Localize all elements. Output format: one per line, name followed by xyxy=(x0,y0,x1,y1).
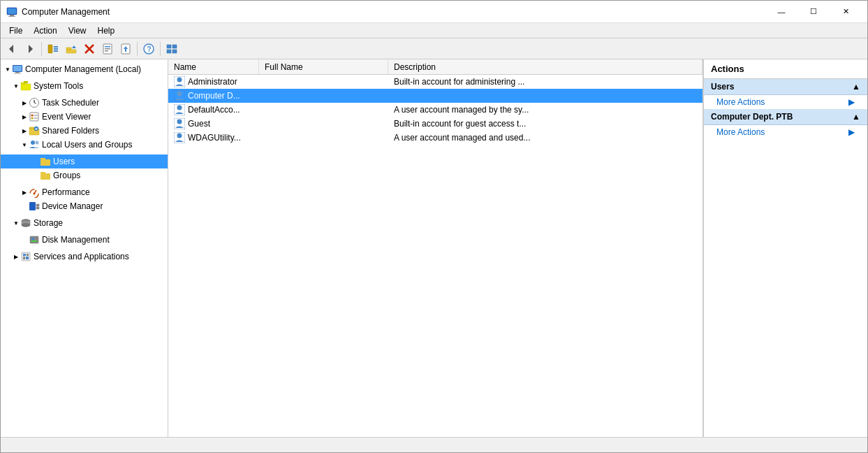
sidebar-item-root[interactable]: ▼ Computer Management (Local) xyxy=(1,62,168,76)
col-header-desc[interactable]: Description xyxy=(388,59,703,74)
sidebar-item-system-tools[interactable]: ▼ System Tools xyxy=(1,79,168,93)
svg-rect-7 xyxy=(54,46,58,48)
table-row[interactable]: Guest Built-in account for guest access … xyxy=(168,117,703,131)
expand-root-arrow[interactable]: ▼ xyxy=(3,65,12,73)
toolbar: ? xyxy=(1,38,867,59)
sidebar-item-task-scheduler[interactable]: ▶ Task Scheduler xyxy=(1,96,168,110)
svg-rect-64 xyxy=(31,240,37,242)
table-row[interactable]: Computer D... xyxy=(168,89,703,103)
svg-rect-63 xyxy=(31,238,34,240)
menu-bar: File Action View Help xyxy=(1,23,867,38)
root-label: Computer Management (Local) xyxy=(25,64,141,74)
actions-panel: Actions Users ▲ More Actions ▶ Computer … xyxy=(703,59,867,437)
storage-icon xyxy=(20,217,31,229)
groups-folder-icon xyxy=(40,170,51,181)
disk-management-label: Disk Management xyxy=(42,235,110,245)
back-button[interactable] xyxy=(3,41,20,57)
svg-rect-66 xyxy=(23,254,26,256)
computer-management-window: Computer Management — ☐ ✕ File Action Vi… xyxy=(0,0,868,453)
task-scheduler-label: Task Scheduler xyxy=(42,98,99,108)
expand-perf-arrow[interactable]: ▶ xyxy=(20,188,29,196)
actions-dept-arrow: ▲ xyxy=(852,112,860,122)
actions-title: Actions xyxy=(704,59,867,79)
sidebar-item-storage[interactable]: ▼ Storage xyxy=(1,216,168,230)
close-button[interactable]: ✕ xyxy=(830,1,862,23)
col-header-name[interactable]: Name xyxy=(168,59,259,74)
sidebar-item-shared-folders[interactable]: ▶ xyxy=(1,124,168,138)
sidebar-item-groups[interactable]: Groups xyxy=(1,168,168,182)
expand-event-arrow[interactable]: ▶ xyxy=(20,113,29,121)
svg-rect-57 xyxy=(36,204,39,206)
table-row[interactable]: DefaultAcco... A user account managed by… xyxy=(168,103,703,117)
cell-name-guest: Guest xyxy=(168,117,259,130)
forward-button[interactable] xyxy=(22,41,38,57)
status-bar xyxy=(1,437,867,452)
menu-action[interactable]: Action xyxy=(28,24,62,37)
maximize-button[interactable]: ☐ xyxy=(797,1,830,23)
svg-rect-31 xyxy=(21,84,31,90)
svg-rect-23 xyxy=(167,45,171,48)
expand-services-arrow[interactable]: ▶ xyxy=(12,252,20,261)
svg-rect-52 xyxy=(41,172,45,173)
cell-desc-administrator: Built-in account for administering ... xyxy=(388,75,703,88)
svg-point-72 xyxy=(177,91,182,96)
sidebar-item-disk-management[interactable]: Disk Management xyxy=(1,233,168,247)
sidebar-item-device-manager[interactable]: Device Manager xyxy=(1,199,168,213)
system-tools-label: System Tools xyxy=(34,81,83,91)
expand-task-arrow[interactable]: ▶ xyxy=(20,99,29,107)
more-actions-label: More Actions xyxy=(716,97,765,107)
actions-section-users[interactable]: Users ▲ xyxy=(704,79,867,95)
table-row[interactable]: Administrator Built-in account for admin… xyxy=(168,75,703,89)
cell-fullname-wdag xyxy=(259,131,388,144)
expand-lug-arrow[interactable]: ▼ xyxy=(20,141,29,149)
expand-system-tools-arrow[interactable]: ▼ xyxy=(12,82,20,90)
col-header-fullname[interactable]: Full Name xyxy=(259,59,388,74)
svg-point-74 xyxy=(177,105,182,110)
main-area: ▼ Computer Management (Local) xyxy=(1,59,867,437)
svg-rect-18 xyxy=(105,50,108,52)
view-button[interactable] xyxy=(163,41,180,57)
help-button[interactable]: ? xyxy=(140,41,157,57)
cell-desc-wdag: A user account managed and used... xyxy=(388,131,703,144)
menu-file[interactable]: File xyxy=(3,24,28,37)
groups-arrow xyxy=(31,171,40,180)
sidebar-item-local-users-groups[interactable]: ▼ xyxy=(1,138,168,152)
disk-management-icon xyxy=(29,234,40,245)
sidebar-item-performance[interactable]: ▶ Performance xyxy=(1,185,168,199)
sidebar-item-services-apps[interactable]: ▶ Servi xyxy=(1,250,168,264)
sidebar-item-event-viewer[interactable]: ▶ xyxy=(1,110,168,124)
cell-name-defaultacco: DefaultAcco... xyxy=(168,103,259,116)
window-title: Computer Management xyxy=(22,7,765,17)
delete-button[interactable] xyxy=(81,41,98,57)
export-button[interactable] xyxy=(117,41,134,57)
user-icon xyxy=(174,90,185,101)
svg-rect-6 xyxy=(48,45,52,53)
user-icon xyxy=(174,118,185,129)
menu-view[interactable]: View xyxy=(63,24,92,37)
menu-help[interactable]: Help xyxy=(92,24,121,37)
shared-folders-icon xyxy=(29,125,40,136)
expand-storage-arrow[interactable]: ▼ xyxy=(12,219,20,227)
svg-rect-37 xyxy=(30,113,38,121)
minimize-button[interactable]: — xyxy=(765,1,797,23)
table-row[interactable]: WDAGUtility... A user account managed an… xyxy=(168,131,703,145)
svg-rect-24 xyxy=(172,45,177,48)
show-console-tree-button[interactable] xyxy=(45,41,61,57)
toolbar-sep-1 xyxy=(41,42,42,56)
actions-users-more[interactable]: More Actions ▶ xyxy=(704,95,867,109)
properties-button[interactable] xyxy=(99,41,116,57)
svg-rect-11 xyxy=(66,48,71,50)
actions-section-computer-dept[interactable]: Computer Dept. PTB ▲ xyxy=(704,109,867,125)
users-arrow xyxy=(31,157,40,166)
sidebar-item-users[interactable]: Users xyxy=(1,154,168,168)
up-button[interactable] xyxy=(63,41,80,57)
svg-point-78 xyxy=(177,133,182,138)
center-panel: Name Full Name Description Administrator xyxy=(168,59,703,437)
svg-point-48 xyxy=(36,141,39,145)
actions-dept-more[interactable]: More Actions ▶ xyxy=(704,125,867,139)
expand-shared-arrow[interactable]: ▶ xyxy=(20,127,29,135)
toolbar-sep-3 xyxy=(160,42,161,56)
tools-icon xyxy=(20,80,31,92)
tree-root: ▼ Computer Management (Local) xyxy=(1,59,168,269)
device-manager-icon xyxy=(29,201,40,212)
